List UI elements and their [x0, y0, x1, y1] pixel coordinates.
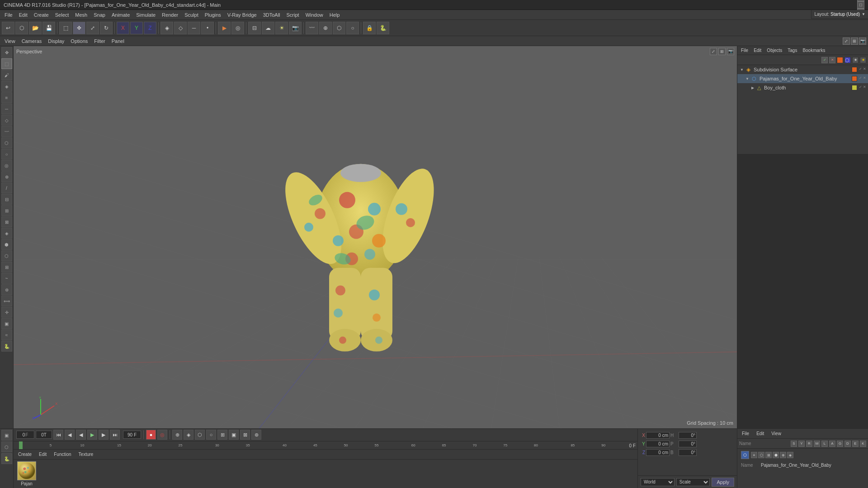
viewport-options-menu[interactable]: Options — [68, 38, 90, 45]
tree-expand-subdiv[interactable]: ▼ — [739, 67, 745, 72]
anim-icon-2[interactable]: ◈ — [184, 430, 193, 440]
object-mode-button[interactable]: ◈ — [160, 22, 173, 34]
floor-button[interactable]: ⊟ — [248, 22, 261, 34]
y-rot-input[interactable] — [679, 441, 697, 447]
viewport-maximize-icon[interactable]: ⤢ — [843, 38, 850, 45]
bottom-tool-2[interactable]: ⬡ — [1, 441, 12, 452]
prev-frame-button[interactable]: ◀ — [65, 430, 75, 440]
viewport-icon-camera2[interactable]: 📷 — [727, 48, 734, 55]
props-menu-file[interactable]: File — [739, 430, 752, 437]
obj-menu-tags[interactable]: Tags — [785, 47, 800, 54]
tool-extrude[interactable]: ⬢ — [1, 239, 12, 250]
tool-brush4[interactable]: ⊕ — [1, 171, 12, 182]
tool-stitch[interactable]: ⊠ — [1, 216, 12, 227]
props-tool-10[interactable]: K — [860, 441, 866, 447]
tool-smooth[interactable]: ~ — [1, 273, 12, 284]
go-start-button[interactable]: ⏮ — [53, 430, 63, 440]
tree-expand-pajamas[interactable]: ▼ — [745, 76, 750, 81]
props-tool-7[interactable]: G — [837, 441, 843, 447]
rotate-tool-button[interactable]: ↻ — [100, 22, 113, 34]
select-tool-button[interactable]: ⬚ — [59, 22, 72, 34]
props-btn-5[interactable]: ⊕ — [780, 452, 786, 458]
menu-edit[interactable]: Edit — [16, 11, 30, 19]
tool-knife[interactable]: / — [1, 183, 12, 193]
viewport-options-icon[interactable]: ⊞ — [851, 38, 858, 45]
anim-icon-6[interactable]: ▣ — [229, 430, 239, 440]
menu-select[interactable]: Select — [52, 11, 72, 19]
mat-menu-texture[interactable]: Texture — [76, 451, 96, 458]
obj-tool-x[interactable]: ✕ — [829, 57, 835, 63]
menu-help[interactable]: Help — [327, 11, 343, 19]
menu-snap[interactable]: Snap — [91, 11, 108, 19]
props-tool-2[interactable]: Y — [798, 441, 805, 447]
render-region-button[interactable]: ◎ — [231, 22, 244, 34]
props-tool-9[interactable]: E — [852, 441, 859, 447]
y-pos-input[interactable] — [646, 441, 670, 447]
viewport-filter-menu[interactable]: Filter — [91, 38, 108, 45]
current-frame-display[interactable]: 0 F — [16, 431, 34, 439]
layout-selector[interactable]: Layout: Startup (Used) ▼ — [811, 10, 868, 19]
tool-subdivide[interactable]: ⊛ — [1, 284, 12, 295]
props-btn-2[interactable]: ⬡ — [758, 452, 764, 458]
viewport-panel-menu[interactable]: Panel — [109, 38, 127, 45]
cloth-lock[interactable]: ✕ — [863, 85, 866, 90]
obj-menu-objects[interactable]: Objects — [764, 47, 785, 54]
menu-sculpt[interactable]: Sculpt — [182, 11, 201, 19]
pajamas-check[interactable]: ✓ — [859, 76, 862, 81]
subdiv-check-icon[interactable]: ✓ — [859, 67, 862, 72]
z-rot-input[interactable] — [679, 449, 697, 456]
open-button[interactable]: 📂 — [29, 22, 42, 34]
tool-matrix-extrude[interactable]: ⊞ — [1, 262, 12, 272]
obj-menu-bookmarks[interactable]: Bookmarks — [800, 47, 828, 54]
snap-input[interactable]: 0T — [36, 431, 52, 439]
props-btn-1[interactable]: ≡ — [751, 452, 757, 458]
menu-plugins[interactable]: Plugins — [202, 11, 224, 19]
viewport-icon-maximize[interactable]: ⤢ — [710, 48, 717, 55]
x-rot-input[interactable] — [679, 432, 697, 439]
move-tool-button[interactable]: ✥ — [73, 22, 85, 34]
material-swatch-pajan[interactable]: Pajan — [17, 461, 36, 486]
viewport-view-menu[interactable]: View — [2, 38, 18, 45]
props-tool-3[interactable]: R — [806, 441, 812, 447]
null-button[interactable]: ○ — [346, 22, 359, 34]
tool-move[interactable]: ✥ — [1, 47, 12, 58]
subdiv-lock-icon[interactable]: ✕ — [863, 67, 866, 72]
tool-spline[interactable]: 〰 — [1, 126, 12, 137]
timeline-ruler[interactable]: 0 5 10 15 20 25 30 35 40 45 50 55 60 65 — [14, 441, 637, 450]
props-tool-5[interactable]: L — [821, 441, 828, 447]
nurbs-button[interactable]: ⊕ — [319, 22, 332, 34]
keyframe-button[interactable]: ◎ — [157, 430, 167, 440]
play-reverse-button[interactable]: ◀ — [76, 430, 86, 440]
menu-animate[interactable]: Animate — [109, 11, 132, 19]
menu-render[interactable]: Render — [159, 11, 181, 19]
tool-mirror[interactable]: ⟺ — [1, 296, 12, 306]
pajamas-lock[interactable]: ✕ — [863, 76, 866, 81]
menu-create[interactable]: Create — [31, 11, 52, 19]
obj-color-orange[interactable] — [837, 57, 843, 63]
spline-button[interactable]: 〰 — [306, 22, 318, 34]
subdiv-color-dot[interactable] — [852, 67, 857, 72]
props-btn-3[interactable]: ⊞ — [765, 452, 772, 458]
record-button[interactable]: ● — [146, 430, 156, 440]
x-pos-input[interactable] — [646, 432, 670, 439]
obj-tool-icon1[interactable]: ⬡ — [844, 57, 851, 63]
viewport-display-menu[interactable]: Display — [45, 38, 67, 45]
menu-window[interactable]: Window — [303, 11, 326, 19]
viewport-icon-lock[interactable]: ⊞ — [718, 48, 726, 55]
props-tool-4[interactable]: M — [814, 441, 820, 447]
poly-mode-button[interactable]: ◇ — [174, 22, 187, 34]
pajamas-color-dot[interactable] — [852, 76, 857, 81]
menu-script[interactable]: Script — [284, 11, 302, 19]
apply-button[interactable]: Apply — [712, 478, 734, 487]
render-button[interactable]: ▶ — [218, 22, 231, 34]
mat-menu-edit[interactable]: Edit — [36, 451, 49, 458]
object-tree[interactable]: ▼ ◈ Subdivision Surface ✓ ✕ ▼ ⬡ Pajam — [737, 65, 868, 154]
scale-tool-button[interactable]: ⤢ — [86, 22, 99, 34]
x-axis-button[interactable]: X — [117, 22, 129, 34]
tool-layer[interactable]: ≡ — [1, 92, 12, 103]
go-end-button[interactable]: ⏭ — [110, 430, 120, 440]
camera-button[interactable]: 📷 — [289, 22, 302, 34]
obj-tool-star[interactable]: ★ — [860, 57, 866, 63]
obj-menu-file[interactable]: File — [738, 47, 751, 54]
tree-expand-cloth[interactable]: ▶ — [750, 85, 755, 90]
